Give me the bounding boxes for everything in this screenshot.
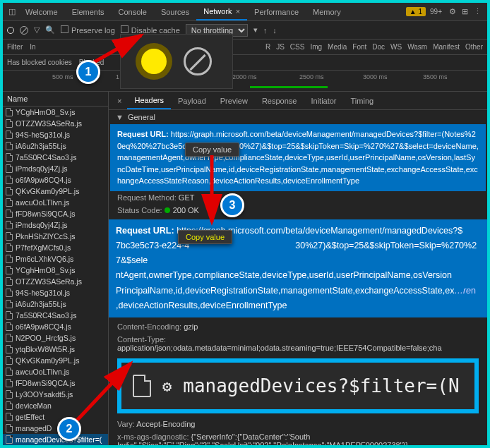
general-section[interactable]: ▼General xyxy=(109,110,487,124)
request-row[interactable]: ytqBkxW8Wt5R.js xyxy=(3,344,108,355)
tab-performance[interactable]: Performance xyxy=(247,4,306,20)
subtab-payload[interactable]: Payload xyxy=(171,93,213,109)
type-media[interactable]: Media xyxy=(328,43,347,51)
name-column-header[interactable]: Name xyxy=(3,92,108,107)
file-icon xyxy=(6,300,13,308)
clear-icon-magnified xyxy=(184,47,212,75)
type-font[interactable]: Font xyxy=(352,43,366,51)
request-row[interactable]: fFD8wnSi9QCA.js xyxy=(3,208,108,219)
request-row[interactable]: iA6u2h3ja55t.js xyxy=(3,140,108,152)
file-icon xyxy=(6,255,13,263)
devtools-tabbar: ◫ Welcome Elements Console Sources Netwo… xyxy=(3,3,487,21)
close-details-icon[interactable]: × xyxy=(112,97,127,105)
request-url-block-expanded[interactable]: Request URL: https://graph.microsoft.com… xyxy=(109,219,487,318)
type-css[interactable]: CSS xyxy=(290,43,305,51)
type-ws[interactable]: WS xyxy=(390,43,402,51)
file-icon xyxy=(6,311,13,320)
copy-value-tooltip-highlighted[interactable]: Copy value xyxy=(178,230,232,244)
tab-elements[interactable]: Elements xyxy=(65,4,112,20)
request-name: P7fefXgMCfs0.js xyxy=(16,243,71,252)
file-icon xyxy=(6,289,13,297)
tab-network[interactable]: Network × xyxy=(196,4,247,20)
request-row[interactable]: OTZZW3SASeRa.js xyxy=(3,276,108,287)
request-method-row: Request Method: GET xyxy=(109,191,487,204)
tab-memory[interactable]: Memory xyxy=(306,4,348,20)
subtab-response[interactable]: Response xyxy=(255,93,304,109)
timeline[interactable]: 500 ms 1 2000 ms 2500 ms 3000 ms 3500 ms xyxy=(3,71,487,92)
request-name: 7a5S0RC4Sao3.js xyxy=(16,153,76,162)
dock-icon[interactable]: ⊞ xyxy=(462,7,468,16)
request-name: awcuOoLTlivn.js xyxy=(16,198,69,207)
request-row[interactable]: 94S-heSg31ol.js xyxy=(3,287,108,298)
request-name: Pm6cLXhkVQ6.js xyxy=(16,255,73,263)
tab-sources[interactable]: Sources xyxy=(154,4,196,20)
request-row[interactable]: P7fefXgMCfs0.js xyxy=(3,242,108,253)
request-row[interactable]: iPmdsq0yj4Zj.js xyxy=(3,219,108,231)
request-row[interactable]: iA6u2h3ja55t.js xyxy=(3,298,108,310)
type-img[interactable]: Img xyxy=(310,43,322,51)
type-r[interactable]: R xyxy=(265,43,270,51)
request-row[interactable]: managedDevices?$filter=( xyxy=(3,434,108,445)
subtab-headers[interactable]: Headers xyxy=(127,92,171,109)
subtab-preview[interactable]: Preview xyxy=(213,93,255,109)
inspect-icon[interactable]: ◫ xyxy=(8,7,16,16)
clear-button[interactable] xyxy=(20,26,28,35)
request-row[interactable]: 94S-heSg31ol.js xyxy=(3,129,108,140)
request-row[interactable]: o6fA9pw8CQ4.js xyxy=(3,321,108,332)
subtab-initiator[interactable]: Initiator xyxy=(304,93,343,109)
request-name: 94S-heSg31ol.js xyxy=(16,131,70,139)
type-doc[interactable]: Doc xyxy=(372,43,385,51)
request-row[interactable]: YCghHmO8_Sv.js xyxy=(3,107,108,118)
type-wasm[interactable]: Wasm xyxy=(407,43,427,51)
request-row[interactable]: Pm6cLXhkVQ6.js xyxy=(3,253,108,265)
timeline-tick: 1 xyxy=(116,73,119,80)
gear-icon[interactable]: ⚙ xyxy=(449,7,456,16)
wifi-icon[interactable]: ▾ xyxy=(253,25,258,35)
request-row[interactable]: QKvGKam0y9PL.js xyxy=(3,186,108,197)
close-icon[interactable]: × xyxy=(236,7,240,16)
request-name: YCghHmO8_Sv.js xyxy=(16,108,75,116)
request-name: iPmdsq0yj4Zj.js xyxy=(16,221,68,229)
content-type-row: Content-Type: application/json;odata.met… xyxy=(109,333,487,354)
tab-console[interactable]: Console xyxy=(112,4,154,20)
request-row[interactable]: PknHShZlYCcS.js xyxy=(3,231,108,242)
file-icon xyxy=(6,221,13,229)
request-row[interactable]: N2POO_HrcfgS.js xyxy=(3,332,108,344)
request-url-block[interactable]: Request URL: https://graph.microsoft.com… xyxy=(110,124,486,191)
file-icon xyxy=(6,401,13,410)
zoom-text: managedDevices?$filter=(N xyxy=(183,375,459,396)
details-tabs: × Headers Payload Preview Response Initi… xyxy=(109,92,487,110)
file-icon xyxy=(6,187,13,195)
subtab-timing[interactable]: Timing xyxy=(344,93,381,109)
file-icon xyxy=(6,131,13,139)
file-icon xyxy=(6,108,13,116)
file-icon xyxy=(6,322,13,331)
request-row[interactable]: OTZZW3SASeRa.js xyxy=(3,118,108,129)
request-name: 7a5S0RC4Sao3.js xyxy=(16,311,76,320)
type-manifest[interactable]: Manifest xyxy=(433,43,460,51)
request-name: deviceMan xyxy=(16,401,52,410)
request-row[interactable]: 7a5S0RC4Sao3.js xyxy=(3,310,108,321)
timeline-tick: 2000 ms xyxy=(232,73,257,80)
warning-badge[interactable]: ▲ 1 xyxy=(406,7,426,16)
more-icon[interactable]: ⋮ xyxy=(474,7,482,16)
type-other[interactable]: Other xyxy=(465,43,483,51)
issue-count[interactable]: 99+ xyxy=(430,8,442,16)
type-js[interactable]: JS xyxy=(276,43,285,51)
download-icon[interactable]: ↓ xyxy=(273,26,277,35)
upload-icon[interactable]: ↑ xyxy=(263,26,268,35)
request-row[interactable]: 7a5S0RC4Sao3.js xyxy=(3,152,108,163)
request-row[interactable]: o6fA9pw8CQ4.js xyxy=(3,174,108,186)
request-row[interactable]: iPmdsq0yj4Zj.js xyxy=(3,163,108,174)
file-icon xyxy=(6,356,13,365)
request-row[interactable]: YCghHmO8_Sv.js xyxy=(3,265,108,276)
record-button[interactable] xyxy=(7,27,14,34)
request-row[interactable]: awcuOoLTlivn.js xyxy=(3,197,108,208)
arrow-3 xyxy=(201,152,229,229)
file-icon xyxy=(6,210,13,218)
content-encoding-row: Content-Encoding: gzip xyxy=(109,320,487,333)
tab-welcome[interactable]: Welcome xyxy=(18,4,65,20)
status-dot-icon xyxy=(165,207,170,213)
file-icon xyxy=(6,232,13,241)
request-name: iPmdsq0yj4Zj.js xyxy=(16,164,68,173)
